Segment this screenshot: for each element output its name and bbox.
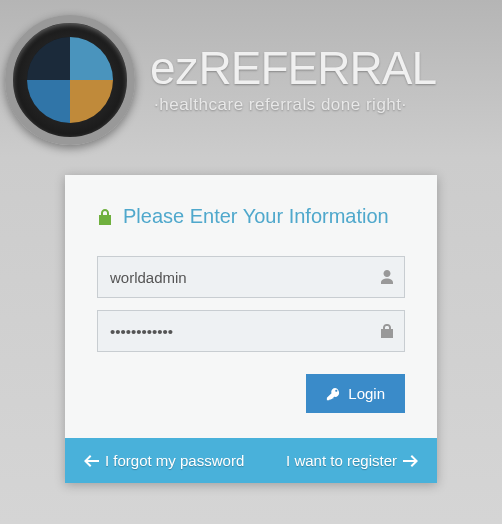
arrow-left-icon (83, 454, 99, 468)
forgot-password-label: I forgot my password (105, 452, 244, 469)
password-input[interactable] (97, 310, 405, 352)
username-input[interactable] (97, 256, 405, 298)
card-title: Please Enter Your Information (97, 205, 405, 228)
key-icon (326, 387, 340, 401)
lock-small-icon (379, 323, 395, 339)
brand-logo (5, 15, 135, 145)
login-button-label: Login (348, 385, 385, 402)
login-button[interactable]: Login (306, 374, 405, 413)
brand-header: ezREFERRAL ·healthcare referrals done ri… (0, 0, 502, 160)
password-wrap (97, 310, 405, 352)
brand-tagline: ·healthcare referrals done right· (154, 95, 436, 115)
user-icon (379, 269, 395, 285)
login-card: Please Enter Your Information Login (65, 175, 437, 483)
username-wrap (97, 256, 405, 298)
brand-ez: ez (150, 42, 199, 94)
card-footer: I forgot my password I want to register (65, 438, 437, 483)
brand-referral: REFERRAL (199, 42, 436, 94)
card-title-text: Please Enter Your Information (123, 205, 389, 228)
register-label: I want to register (286, 452, 397, 469)
register-link[interactable]: I want to register (286, 452, 419, 469)
arrow-right-icon (403, 454, 419, 468)
brand-text: ezREFERRAL ·healthcare referrals done ri… (150, 45, 436, 115)
lock-icon (97, 208, 113, 226)
forgot-password-link[interactable]: I forgot my password (83, 452, 244, 469)
